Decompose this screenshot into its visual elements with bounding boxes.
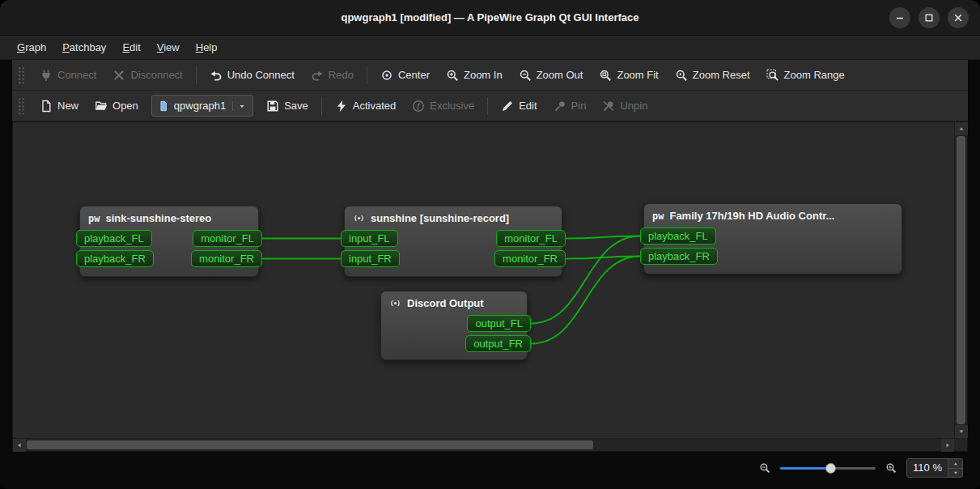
file-icon: [158, 100, 169, 112]
activated-button[interactable]: Activated: [328, 95, 403, 117]
arrow-left-icon: [15, 441, 23, 449]
minimize-button[interactable]: [889, 7, 910, 28]
unpin-button[interactable]: Unpin: [595, 95, 655, 117]
port-output_FL[interactable]: output_FL: [467, 315, 531, 332]
vertical-scroll-track[interactable]: [955, 135, 967, 425]
toolbar-drag-handle[interactable]: [18, 97, 25, 115]
scroll-down-button[interactable]: [955, 425, 968, 438]
port-output_FR[interactable]: output_FR: [465, 335, 531, 352]
zoom-range-label: Zoom Range: [784, 69, 845, 81]
save-button[interactable]: Save: [259, 95, 316, 117]
zoom-fit-button[interactable]: Zoom Fit: [592, 64, 665, 87]
toolbar-separator: [196, 66, 197, 84]
redo-button[interactable]: Redo: [303, 64, 361, 87]
open-button[interactable]: Open: [87, 95, 146, 117]
graph-canvas[interactable]: pwsink-sunshine-stereoplayback_FLmonitor…: [13, 122, 954, 438]
arrow-up-icon: [957, 125, 965, 133]
zoom-slider-fill: [780, 467, 831, 470]
status-zoom-in-button[interactable]: [884, 461, 898, 475]
zoom-spinbox[interactable]: 110 %: [906, 458, 963, 478]
menu-graph[interactable]: Graph: [10, 38, 53, 57]
disconnect-button[interactable]: Disconnect: [105, 64, 189, 87]
zoom-value[interactable]: 110 %: [907, 459, 948, 477]
port-input_FL[interactable]: input_FL: [341, 230, 398, 247]
port-playback_FL[interactable]: playback_FL: [76, 230, 152, 247]
titlebar[interactable]: qpwgraph1 [modified] — A PipeWire Graph …: [0, 0, 980, 36]
port-monitor_FL[interactable]: monitor_FL: [193, 230, 262, 247]
status-zoom-out-button[interactable]: [757, 461, 772, 475]
undo-connect-button[interactable]: Undo Connect: [202, 64, 302, 87]
edit-button[interactable]: Edit: [494, 95, 544, 117]
graph-node-discord[interactable]: Discord Outputoutput_FLoutput_FR: [380, 291, 528, 360]
node-title: sink-sunshine-stereo: [105, 212, 211, 224]
zoom-out-button[interactable]: Zoom Out: [511, 64, 591, 87]
port-monitor_FR[interactable]: monitor_FR: [494, 250, 566, 267]
save-label: Save: [284, 100, 308, 112]
zoom-reset-button[interactable]: Zoom Reset: [668, 64, 757, 87]
port-row: playback_FL: [640, 227, 906, 244]
exclusive-button[interactable]: f Exclusive: [405, 95, 482, 117]
connect-button[interactable]: Connect: [32, 64, 104, 87]
pin-button[interactable]: Pin: [546, 95, 594, 117]
horizontal-scrollbar[interactable]: [13, 438, 954, 451]
activated-label: Activated: [353, 100, 396, 112]
graph-node-sunshine[interactable]: sunshine [sunshine-record]input_FLmonito…: [344, 206, 562, 277]
toolbar-graph: Connect Disconnect Undo Connect Redo Cen…: [12, 60, 968, 91]
scroll-left-button[interactable]: [13, 439, 26, 452]
unpin-label: Unpin: [620, 100, 647, 112]
maximize-button[interactable]: [918, 7, 940, 28]
new-button[interactable]: New: [32, 95, 86, 117]
scrollbar-corner: [954, 438, 967, 451]
statusbar: 110 %: [12, 454, 968, 482]
zoom-slider[interactable]: [780, 461, 876, 476]
undo-connect-label: Undo Connect: [227, 69, 295, 81]
port-row: playback_FRmonitor_FR: [76, 250, 262, 267]
port-spacer: [377, 335, 378, 352]
menu-help[interactable]: Help: [189, 38, 225, 57]
vertical-scrollbar[interactable]: [954, 122, 967, 438]
port-playback_FR[interactable]: playback_FR: [640, 248, 718, 265]
minimize-icon: [893, 11, 906, 24]
horizontal-scroll-track[interactable]: [26, 439, 941, 451]
center-label: Center: [398, 69, 430, 81]
spin-down-button[interactable]: [948, 468, 962, 477]
port-row: output_FL: [377, 315, 531, 332]
stream-icon: [353, 212, 365, 224]
center-button[interactable]: Center: [373, 64, 437, 87]
scroll-up-button[interactable]: [955, 122, 968, 135]
node-header[interactable]: pwFamily 17h/19h HD Audio Contr...: [644, 204, 902, 224]
vertical-scroll-thumb[interactable]: [957, 136, 965, 424]
node-header[interactable]: pwsink-sunshine-stereo: [80, 206, 258, 227]
pin-icon: [554, 100, 566, 113]
stream-icon: [389, 297, 401, 309]
pin-label: Pin: [571, 100, 587, 112]
menu-patchbay[interactable]: Patchbay: [55, 38, 113, 57]
port-monitor_FL[interactable]: monitor_FL: [496, 230, 566, 247]
port-monitor_FR[interactable]: monitor_FR: [191, 250, 262, 267]
svg-text:f: f: [418, 102, 421, 110]
close-button[interactable]: [948, 7, 969, 28]
menu-view[interactable]: View: [150, 38, 187, 57]
port-playback_FR[interactable]: playback_FR: [76, 250, 154, 267]
horizontal-scroll-thumb[interactable]: [27, 440, 593, 449]
menu-edit[interactable]: Edit: [115, 38, 147, 57]
node-title: Discord Output: [407, 297, 484, 309]
patchbay-profile-combobox[interactable]: qpwgraph1: [151, 95, 253, 117]
graph-node-family[interactable]: pwFamily 17h/19h HD Audio Contr...playba…: [643, 203, 902, 274]
node-header[interactable]: sunshine [sunshine-record]: [345, 206, 562, 227]
menubar: Graph Patchbay Edit View Help: [0, 36, 980, 60]
center-icon: [380, 69, 393, 82]
port-spacer: [377, 315, 378, 332]
spin-up-button[interactable]: [948, 459, 962, 468]
connect-icon: [40, 69, 53, 82]
toolbar-drag-handle[interactable]: [18, 66, 25, 84]
graph-node-sink[interactable]: pwsink-sunshine-stereoplayback_FLmonitor…: [79, 206, 259, 277]
node-header[interactable]: Discord Output: [381, 291, 527, 312]
zoom-in-button[interactable]: Zoom In: [439, 64, 510, 87]
port-playback_FL[interactable]: playback_FL: [640, 227, 716, 244]
zoom-slider-handle[interactable]: [825, 463, 836, 474]
port-row: input_FLmonitor_FL: [341, 230, 566, 247]
scroll-right-button[interactable]: [941, 439, 954, 452]
port-input_FR[interactable]: input_FR: [341, 250, 400, 267]
zoom-range-button[interactable]: Zoom Range: [759, 64, 852, 87]
